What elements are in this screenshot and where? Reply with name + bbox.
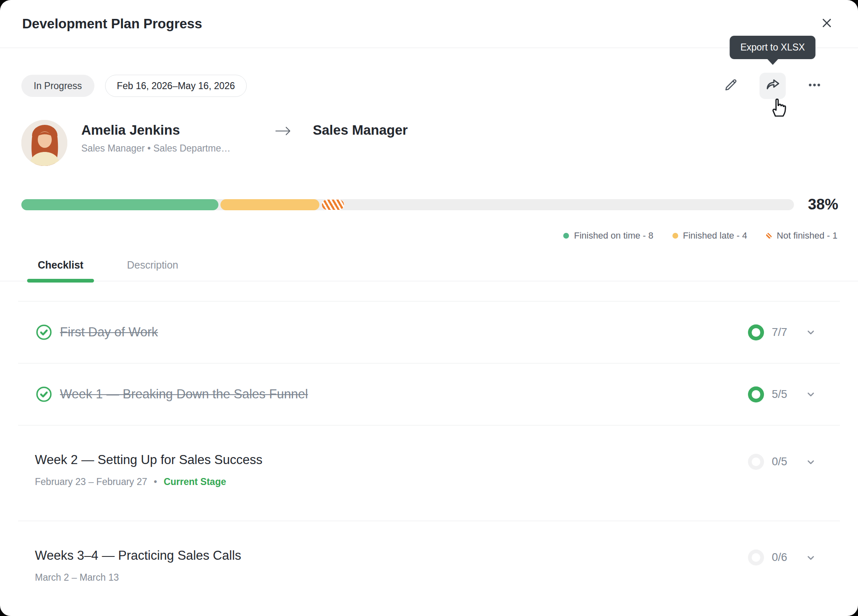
stage-count: 7/7 [772,326,795,339]
status-badge: In Progress [21,75,94,97]
target-role: Sales Manager [313,122,408,138]
toolbar: In Progress Feb 16, 2026–May 16, 2026 [0,73,858,99]
checklist: First Day of Work 7/7 Week 1 — Breaking … [18,301,840,616]
legend-item-late: Finished late - 4 [672,230,748,241]
tab-bar: Checklist Description [0,255,858,281]
stage-count: 0/5 [772,455,795,468]
employee-info: Amelia Jenkins Sales Manager • Sales Dep… [81,122,274,154]
export-button[interactable] [759,73,786,99]
date-range-label: Feb 16, 2026–May 16, 2026 [117,80,235,92]
progress-segment-late [220,199,319,210]
check-circle-icon [35,323,53,341]
legend-item-on-time: Finished on time - 8 [563,230,653,241]
progress-section: 38% [21,196,838,213]
progress-segment-not-finished [321,199,344,210]
progress-ring-complete [748,386,764,402]
stage-title: Week 1 — Breaking Down the Sales Funnel [60,387,308,402]
action-buttons [719,73,826,99]
progress-percent: 38% [808,196,838,213]
check-circle-icon [35,385,53,403]
more-button[interactable] [803,74,826,97]
stage-counter: 0/5 [748,454,817,470]
legend-dot-green [563,233,569,239]
chevron-down-icon[interactable] [805,326,817,338]
legend-label: Finished late - 4 [683,230,748,241]
stage-counter: 7/7 [748,324,817,340]
stage-count: 5/5 [772,388,795,401]
export-forward-icon [764,77,781,95]
progress-ring-complete [748,324,764,340]
stage-subtitle: February 23 – February 27 • Current Stag… [35,476,262,487]
status-label: In Progress [34,80,82,92]
export-tooltip-label: Export to XLSX [740,42,805,53]
current-stage-tag: Current Stage [164,476,226,487]
legend-dot-yellow [672,233,678,239]
stage-dates: March 2 – March 13 [35,572,119,583]
stage-title: Week 2 — Setting Up for Sales Success [35,453,262,467]
export-tooltip: Export to XLSX [730,36,815,59]
avatar [21,120,67,166]
checklist-row-weeks-3-4[interactable]: Weeks 3–4 — Practicing Sales Calls March… [18,521,840,616]
tab-checklist[interactable]: Checklist [27,255,94,281]
progress-ring-empty [748,549,764,565]
page-title: Development Plan Progress [22,16,202,32]
stage-count: 0/6 [772,551,795,564]
stage-counter: 0/6 [748,549,817,565]
bullet-separator: • [154,476,157,487]
chevron-down-icon[interactable] [805,456,817,468]
employee-subtitle: Sales Manager • Sales Departme… [81,143,274,154]
stage-counter: 5/5 [748,386,817,402]
legend-label: Finished on time - 8 [574,230,653,241]
arrow-right-icon [274,126,292,138]
employee-row: Amelia Jenkins Sales Manager • Sales Dep… [0,120,858,166]
checklist-row-week-2[interactable]: Week 2 — Setting Up for Sales Success Fe… [18,425,840,521]
tab-description[interactable]: Description [116,255,189,281]
pencil-icon [723,78,738,94]
development-plan-modal: Development Plan Progress In Progress Fe… [0,0,858,616]
legend-label: Not finished - 1 [777,230,837,241]
stage-title: Weeks 3–4 — Practicing Sales Calls [35,548,241,563]
chevron-down-icon[interactable] [805,388,817,400]
date-range-chip[interactable]: Feb 16, 2026–May 16, 2026 [105,75,247,97]
progress-legend: Finished on time - 8 Finished late - 4 N… [0,230,837,241]
checklist-row-first-day[interactable]: First Day of Work 7/7 [18,301,840,363]
legend-dot-hatched [766,233,772,239]
edit-button[interactable] [719,74,742,97]
progress-segment-on-time [21,199,218,210]
legend-item-not-finished: Not finished - 1 [766,230,837,241]
ellipsis-icon [807,78,822,94]
close-button[interactable] [818,15,836,33]
close-icon [820,16,833,31]
stage-subtitle: March 2 – March 13 [35,572,241,583]
employee-name: Amelia Jenkins [81,122,274,138]
stage-dates: February 23 – February 27 [35,476,147,487]
progress-ring-empty [748,454,764,470]
stage-title: First Day of Work [60,325,158,340]
progress-bar [21,199,794,210]
chevron-down-icon[interactable] [805,552,817,564]
checklist-row-week-1[interactable]: Week 1 — Breaking Down the Sales Funnel … [18,363,840,425]
